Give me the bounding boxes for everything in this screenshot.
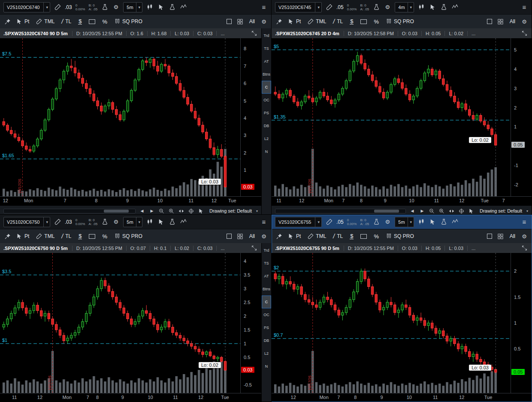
sidebar-tab-ps[interactable]: PS	[262, 107, 271, 119]
single-layout-icon[interactable]	[486, 18, 493, 25]
percent-tool[interactable]: %	[372, 18, 381, 26]
x-axis[interactable]: 12Mon789101112Tue	[0, 196, 261, 205]
chart-style-icon[interactable]	[146, 3, 154, 11]
sidebar-tab-trd[interactable]: Trd	[262, 29, 271, 42]
cursor-icon[interactable]	[198, 207, 205, 214]
sidebar-tab-c[interactable]: C	[262, 81, 271, 94]
beaker-icon[interactable]	[440, 3, 447, 11]
zoom-in-icon[interactable]	[168, 207, 175, 214]
scroll-left-icon[interactable]: ◀	[409, 207, 416, 214]
pin-icon[interactable]	[275, 232, 283, 240]
pattern-icon[interactable]	[451, 218, 459, 226]
gear-icon[interactable]: ⚙	[520, 232, 528, 240]
scroll-right-icon[interactable]: ▶	[148, 207, 155, 214]
x-axis[interactable]: 12Mon789101112Tue	[272, 393, 532, 402]
fit-width-icon[interactable]	[178, 207, 185, 214]
percent-tool[interactable]: %	[372, 232, 381, 241]
sidebar-tab-btns[interactable]: Btns	[262, 283, 271, 295]
sidebar-tab-at[interactable]: AT	[262, 55, 271, 68]
zoom-out-icon[interactable]	[429, 207, 435, 214]
price-level-tool[interactable]: $	[76, 18, 84, 26]
timeframe-select[interactable]: 4m ▾	[395, 2, 414, 12]
timeframe-select[interactable]: 5m ▾	[395, 217, 414, 227]
scroll-right-icon[interactable]: ▶	[419, 207, 426, 214]
pointer-tool[interactable]: Pt	[286, 232, 302, 240]
sidebar-tab-l2[interactable]: L2	[262, 132, 271, 145]
chevron-down-icon[interactable]: ▾	[43, 3, 48, 12]
timeframe-select[interactable]: 5m ▾	[123, 2, 142, 12]
chart-plot[interactable]: $2$0.710/17/25 Lo: 0.03	[272, 253, 511, 393]
tml-tool[interactable]: TML	[34, 18, 56, 25]
gear-icon[interactable]: ⚙	[112, 218, 120, 226]
gear-icon[interactable]: ⚙	[520, 18, 528, 25]
tml-tool[interactable]: TML	[34, 232, 56, 240]
grid-layout-icon[interactable]	[236, 232, 244, 240]
menu-icon[interactable]: ≡	[260, 3, 268, 11]
sqpro-tool[interactable]: SQ PRO	[384, 232, 416, 240]
pointer-tool[interactable]: Pt	[286, 18, 302, 25]
beaker-icon[interactable]	[101, 218, 109, 226]
grid-layout-icon[interactable]	[236, 18, 244, 25]
sidebar-tab-db[interactable]: DB	[262, 119, 271, 132]
chevron-down-icon[interactable]: ▾	[136, 3, 141, 12]
sidebar-tab-ps[interactable]: PS	[262, 321, 271, 334]
gear-icon[interactable]: ⚙	[384, 3, 391, 11]
sidebar-tab-db[interactable]: DB	[262, 334, 271, 347]
symbol-input[interactable]: V251020C6755 ▾	[275, 217, 322, 227]
rectangle-tool[interactable]	[359, 233, 369, 240]
cursor-icon[interactable]	[429, 218, 436, 226]
scrollbar-thumb[interactable]	[104, 210, 129, 213]
chevron-down-icon[interactable]: ▾	[526, 209, 528, 213]
chevron-down-icon[interactable]: ▾	[256, 209, 258, 213]
pin-icon[interactable]	[3, 232, 11, 240]
test-tube-icon[interactable]	[325, 3, 333, 11]
chevron-down-icon[interactable]: ▾	[408, 217, 412, 227]
grid-layout-icon[interactable]	[497, 232, 505, 240]
percent-tool[interactable]: %	[100, 18, 109, 26]
gear-icon[interactable]: ⚙	[260, 18, 268, 25]
beaker-icon[interactable]	[440, 218, 447, 226]
detach-icon[interactable]	[520, 30, 528, 37]
sidebar-tab-oc[interactable]: OC	[262, 94, 271, 107]
drawing-set-selector[interactable]: Drawing set: Default	[209, 208, 252, 213]
test-tube-icon[interactable]	[325, 218, 333, 226]
chart-style-icon[interactable]	[417, 218, 425, 226]
single-layout-icon[interactable]	[225, 18, 233, 25]
crosshair-icon[interactable]	[188, 207, 195, 214]
all-button[interactable]: All	[248, 18, 257, 25]
sqpro-tool[interactable]: SQ PRO	[112, 18, 144, 25]
chevron-down-icon[interactable]: ▾	[315, 217, 320, 227]
test-tube-icon[interactable]	[54, 3, 61, 11]
y-axis[interactable]: 43.532.521.510.5-0.50.03	[240, 253, 261, 393]
trendline-tool[interactable]: / TL	[331, 17, 345, 26]
cursor-icon[interactable]	[468, 207, 475, 214]
sidebar-tab-btns[interactable]: Btns	[262, 68, 271, 81]
sidebar-tab-at[interactable]: AT	[262, 270, 271, 283]
sidebar-tab-ts[interactable]: TS	[262, 42, 271, 55]
symbol-input[interactable]: V251020C6750 ▾	[3, 217, 50, 227]
zoom-out-icon[interactable]	[158, 207, 165, 214]
chart-plot[interactable]: $3.5$110/17/25 Lo: 0.02	[0, 253, 240, 393]
trendline-tool[interactable]: / TL	[60, 232, 73, 241]
grid-layout-icon[interactable]	[497, 18, 505, 25]
beaker-icon[interactable]	[168, 3, 176, 11]
chart-style-icon[interactable]	[146, 218, 154, 226]
rectangle-tool[interactable]	[359, 18, 369, 25]
all-button[interactable]: All	[508, 18, 517, 25]
drawing-set-selector[interactable]: Drawing set: Default	[480, 208, 522, 213]
menu-icon[interactable]: ≡	[520, 3, 528, 11]
sidebar-tab-ts[interactable]: TS	[262, 257, 271, 270]
gear-icon[interactable]: ⚙	[112, 3, 120, 11]
scrollbar-thumb[interactable]	[374, 210, 399, 213]
gear-icon[interactable]: ⚙	[384, 218, 391, 226]
chart-scrollbar[interactable]	[275, 209, 406, 213]
single-layout-icon[interactable]	[486, 232, 493, 240]
pointer-tool[interactable]: Pt	[15, 18, 31, 25]
sidebar-tab-n[interactable]: N	[262, 360, 271, 373]
x-axis[interactable]: 1112Mon789101112Tue	[0, 393, 261, 402]
pattern-icon[interactable]	[179, 218, 187, 226]
beaker-icon[interactable]	[101, 3, 109, 11]
chart-style-icon[interactable]	[417, 3, 425, 11]
pointer-tool[interactable]: Pt	[15, 232, 31, 240]
y-axis[interactable]: 54321-1-20.05	[511, 38, 532, 196]
